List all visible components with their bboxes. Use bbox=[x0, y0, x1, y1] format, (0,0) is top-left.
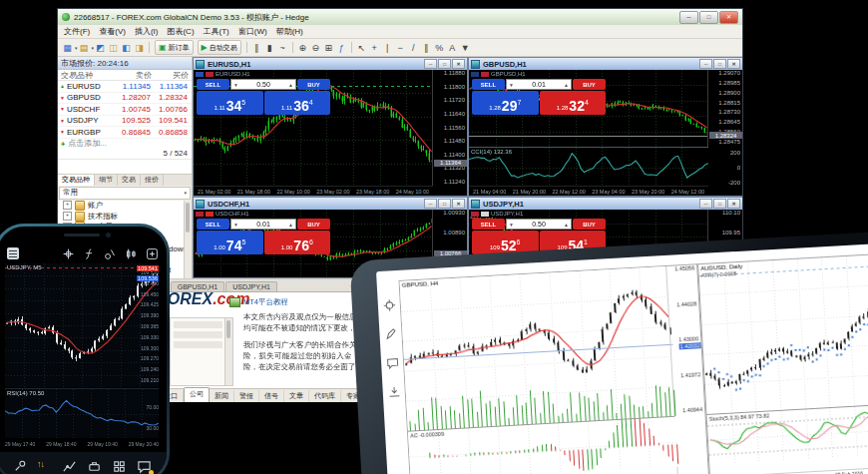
sell-button[interactable]: SELL bbox=[472, 219, 505, 230]
zoom-out-icon[interactable]: ⊖ bbox=[309, 41, 322, 54]
stepper-down-icon[interactable]: ▼ bbox=[509, 222, 514, 228]
chart-tab[interactable]: USDJPY,H1 bbox=[225, 281, 277, 291]
chart-window-gbpusd[interactable]: GBPUSD,H1─□✕GBPUSD,H1SELL▼0.01▲BUY1.2829… bbox=[468, 57, 742, 197]
bars-icon[interactable]: ∥ bbox=[250, 41, 263, 54]
phone-price-chart[interactable]: USDJPY, M5 109.510109.480109.450109.4251… bbox=[5, 263, 159, 387]
maximize-button[interactable]: □ bbox=[438, 199, 451, 209]
channel-icon[interactable]: ∥ bbox=[420, 41, 433, 54]
chart-window-eurusd[interactable]: EURUSD,H1─□✕EURUSD,H1SELL▼0.50▲BUY1.1134… bbox=[193, 57, 468, 197]
new-window-icon[interactable] bbox=[146, 247, 159, 260]
menu-item[interactable]: 工具(T) bbox=[204, 26, 229, 37]
download-icon[interactable] bbox=[387, 385, 401, 399]
close-button[interactable]: ✕ bbox=[452, 199, 465, 209]
terminal-tab[interactable]: 信号 bbox=[259, 390, 284, 402]
close-button[interactable]: ✕ bbox=[719, 11, 738, 24]
buy-price-box[interactable]: 1.28324 bbox=[540, 91, 607, 115]
settings-icon[interactable] bbox=[12, 459, 27, 474]
navigator-scrollbar[interactable] bbox=[184, 201, 192, 279]
sell-price-box[interactable]: 1.00745 bbox=[197, 231, 263, 254]
chat-icon[interactable] bbox=[385, 356, 399, 370]
chart-window-titlebar[interactable]: EURUSD,H1─□✕ bbox=[194, 58, 467, 70]
sell-button[interactable]: SELL bbox=[472, 79, 505, 90]
navigator-icon[interactable]: ◨ bbox=[133, 41, 146, 54]
indicators-icon[interactable]: ƒ bbox=[335, 41, 348, 54]
buy-button[interactable]: BUY bbox=[573, 219, 606, 230]
chart-tab[interactable]: GBPUSD,H1 bbox=[171, 281, 224, 291]
market-watch-row[interactable]: ▲EURUSD1.113451.11364 bbox=[58, 81, 192, 93]
market-watch-row[interactable]: ▼GBPUSD1.282071.28324 bbox=[58, 93, 192, 105]
market-watch-tab[interactable]: 交易品种 bbox=[58, 175, 95, 186]
crosshair-icon[interactable] bbox=[62, 247, 75, 260]
expand-icon[interactable]: + bbox=[63, 201, 72, 210]
close-button[interactable]: ✕ bbox=[727, 59, 740, 69]
market-watch-add-row[interactable]: ✚点击添加... bbox=[58, 139, 192, 149]
chart-window-titlebar[interactable]: USDCHF,H1─□✕ bbox=[194, 198, 467, 210]
crosshair-icon[interactable] bbox=[382, 298, 396, 312]
vline-icon[interactable]: | bbox=[381, 41, 394, 54]
refresh-icon[interactable]: ◩ bbox=[94, 41, 107, 54]
market-watch-tab[interactable]: 报价 bbox=[141, 175, 164, 186]
stepper-up-icon[interactable]: ▲ bbox=[288, 222, 293, 228]
phone-rsi-panel[interactable]: RSI(14) 70.50 70.0030.00 bbox=[5, 388, 159, 439]
menu-icon[interactable] bbox=[7, 247, 19, 259]
close-button[interactable]: ✕ bbox=[452, 59, 465, 69]
market-watch-icon[interactable]: ◫ bbox=[107, 41, 120, 54]
lot-size-stepper[interactable]: ▼0.50▲ bbox=[506, 219, 572, 230]
stepper-up-icon[interactable]: ▲ bbox=[288, 82, 293, 88]
phone-price-canvas[interactable] bbox=[5, 263, 159, 387]
terminal-tab[interactable]: 代码库 bbox=[309, 390, 341, 402]
minimize-button[interactable]: ─ bbox=[699, 59, 712, 69]
lot-size-stepper[interactable]: ▼0.01▲ bbox=[506, 79, 572, 90]
menu-item[interactable]: 图表(C) bbox=[167, 26, 194, 37]
stepper-down-icon[interactable]: ▼ bbox=[509, 82, 514, 88]
buy-price-box[interactable]: 1.11364 bbox=[264, 91, 331, 115]
buy-button[interactable]: BUY bbox=[297, 219, 330, 230]
draw-icon[interactable] bbox=[384, 327, 398, 341]
menu-item[interactable]: 插入(I) bbox=[135, 26, 159, 37]
price-canvas[interactable] bbox=[400, 266, 677, 431]
tablet-chart-1[interactable]: GBPUSD, H41.450561.440281.430001.419721.… bbox=[399, 263, 710, 474]
candles-icon[interactable]: ▮ bbox=[263, 41, 276, 54]
market-watch-row[interactable]: ▼USDJPY109.525109.541 bbox=[58, 116, 192, 128]
hline-icon[interactable]: − bbox=[394, 41, 407, 54]
navigator-item[interactable]: +账户 bbox=[58, 201, 192, 212]
chart-window-titlebar[interactable]: USDJPY,H1─□✕ bbox=[469, 198, 742, 210]
fibo-icon[interactable]: % bbox=[433, 41, 446, 54]
menu-item[interactable]: 查看(V) bbox=[99, 26, 126, 37]
minimize-button[interactable]: ─ bbox=[424, 199, 437, 209]
minimize-button[interactable]: ─ bbox=[424, 59, 437, 69]
objects-icon[interactable] bbox=[104, 247, 117, 260]
sell-button[interactable]: SELL bbox=[197, 219, 229, 230]
time-axis[interactable]: 21 May 04:0021 May 20:0022 May 12:0023 M… bbox=[469, 186, 708, 196]
price-axis[interactable]: 1.118801.118001.117201.116401.115601.114… bbox=[432, 70, 467, 196]
market-watch-row[interactable]: ▼USDCHF1.007451.00766 bbox=[58, 104, 192, 116]
indicators-icon[interactable] bbox=[83, 247, 96, 260]
time-axis[interactable]: 21 May 02:0021 May 18:0022 May 10:0023 M… bbox=[194, 186, 433, 196]
quotes-icon[interactable]: ↑↓ bbox=[37, 459, 52, 474]
terminal-tab[interactable]: 警报 bbox=[234, 390, 259, 402]
lot-size-stepper[interactable]: ▼0.50▲ bbox=[230, 79, 296, 90]
line-chart-icon[interactable]: ~ bbox=[276, 41, 289, 54]
market-watch-tab[interactable]: 交易 bbox=[118, 175, 141, 186]
maximize-button[interactable]: □ bbox=[713, 199, 726, 209]
trade-icon[interactable] bbox=[87, 459, 102, 474]
stepper-down-icon[interactable]: ▼ bbox=[233, 82, 238, 88]
autotrade-button[interactable]: ▶自动交易 bbox=[198, 40, 241, 55]
navigator-item[interactable]: +技术指标 bbox=[58, 211, 192, 222]
buy-button[interactable]: BUY bbox=[297, 79, 330, 90]
market-watch-tab[interactable]: 细节 bbox=[95, 175, 118, 186]
menu-item[interactable]: 窗口(W) bbox=[238, 26, 267, 37]
cursor-icon[interactable]: ↖ bbox=[355, 41, 368, 54]
stepper-down-icon[interactable]: ▼ bbox=[233, 222, 238, 228]
history-icon[interactable] bbox=[112, 459, 127, 474]
data-window-icon[interactable]: ◧ bbox=[120, 41, 133, 54]
new-order-button[interactable]: ▣新订单 bbox=[155, 40, 194, 55]
sell-button[interactable]: SELL bbox=[197, 79, 229, 90]
minimize-button[interactable]: ─ bbox=[679, 11, 698, 24]
arrow-icon[interactable]: ▼ bbox=[459, 41, 472, 54]
maximize-button[interactable]: □ bbox=[699, 11, 718, 24]
maximize-button[interactable]: □ bbox=[713, 59, 726, 69]
buy-button[interactable]: BUY bbox=[573, 79, 606, 90]
tile-windows-icon[interactable]: ⊞ bbox=[322, 41, 335, 54]
navigator-filter-dropdown[interactable]: 常用▾ bbox=[59, 187, 191, 200]
